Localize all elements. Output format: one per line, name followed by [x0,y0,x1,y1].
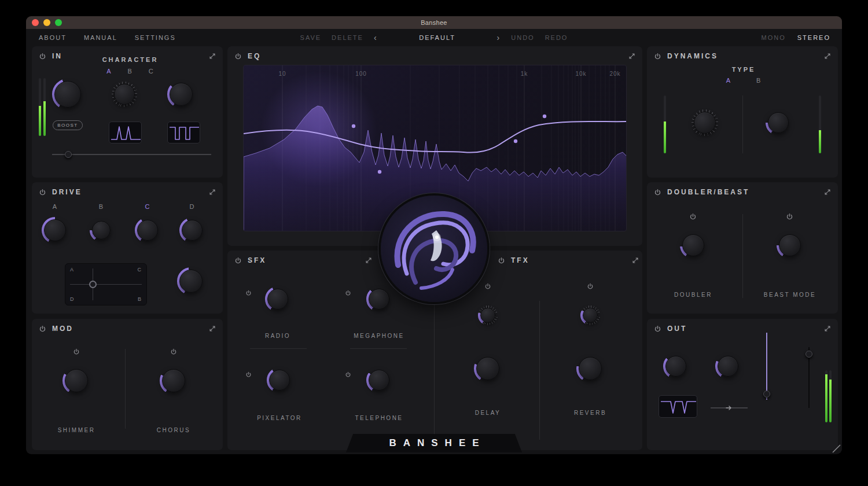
drive-mix-knob[interactable] [177,267,205,295]
eq-node-1[interactable] [352,124,355,128]
drive-knob-a[interactable] [42,217,68,244]
shimmer-knob[interactable] [62,367,90,395]
in-expand-button[interactable] [209,53,216,60]
drive-knob-b[interactable] [90,219,113,242]
pan-arrow-icon[interactable] [726,405,733,411]
eq-node-3[interactable] [514,139,517,143]
close-button[interactable] [32,19,39,26]
pad-crosshair-h [70,284,142,285]
drive-option-d[interactable]: D [185,203,199,210]
delay-time-knob[interactable] [478,305,498,325]
about-button[interactable]: ABOUT [39,34,67,41]
drive-option-a[interactable]: A [48,203,62,210]
pad-corner-d: D [70,296,75,302]
doubler-expand-button[interactable] [824,189,831,196]
drive-option-b[interactable]: B [94,203,108,210]
mod-expand-button[interactable] [209,325,216,332]
pixelator-power-button[interactable] [245,371,252,378]
dynamics-expand-button[interactable] [824,53,831,60]
character-option-c[interactable]: C [149,68,154,75]
out-power-button[interactable] [654,325,661,333]
eq-power-button[interactable] [234,53,242,60]
doubler-label: DOUBLER [659,292,728,298]
telephone-power-button[interactable] [345,371,351,378]
reverb-mix-knob[interactable] [576,355,604,382]
sfx-power-button[interactable] [234,257,242,264]
dynamics-amount-knob[interactable] [692,109,718,136]
shimmer-power-button[interactable] [73,348,80,355]
radio-power-button[interactable] [245,290,252,296]
doubler-power-button[interactable] [689,213,697,220]
pad-handle[interactable] [89,281,97,288]
undo-button[interactable]: UNDO [511,34,534,41]
out-trim-fader[interactable] [805,347,813,408]
next-preset-button[interactable]: › [497,33,501,42]
doubler-knob[interactable] [680,232,707,259]
stereo-button[interactable]: STEREO [797,34,830,41]
in-power-button[interactable] [39,53,46,60]
out-tone-knob[interactable] [663,354,689,379]
out-width-knob[interactable] [715,354,741,379]
tfx-expand-button[interactable] [632,257,639,264]
character-knob[interactable] [112,82,137,107]
pixelator-knob[interactable] [267,367,292,393]
megaphone-knob[interactable] [366,286,392,312]
eq-node-2[interactable] [378,170,381,174]
drive-option-c[interactable]: C [141,203,155,210]
out-expand-button[interactable] [824,325,831,332]
out-level-fader[interactable] [763,333,771,400]
minimize-button[interactable] [43,19,50,26]
slider-thumb[interactable] [65,151,72,158]
drive-knob-c[interactable] [135,218,160,243]
resize-grip[interactable] [831,443,841,454]
drive-expand-button[interactable] [209,189,216,196]
chorus-power-button[interactable] [170,348,177,355]
zoom-button[interactable] [55,19,62,26]
out-shape-display[interactable] [659,395,697,418]
beast-knob[interactable] [777,232,803,259]
fader-thumb[interactable] [806,351,812,358]
save-button[interactable]: SAVE [300,34,322,41]
in-mix-slider[interactable] [52,150,211,159]
tfx-power-button[interactable] [498,257,505,264]
mod-power-button[interactable] [39,325,46,333]
radio-knob[interactable] [265,286,290,312]
out-pan-slider[interactable] [711,404,748,412]
settings-button[interactable]: SETTINGS [135,34,176,41]
doubler-panel-power-button[interactable] [654,189,661,196]
delay-mix-knob[interactable] [474,355,502,382]
dynamics-makeup-knob[interactable] [766,110,791,135]
character-option-b[interactable]: B [128,68,133,75]
sfx-expand-button[interactable] [365,257,372,264]
preset-name[interactable]: DEFAULT [388,34,487,41]
out-panel: OUT [647,319,838,450]
reverb-size-knob[interactable] [580,305,600,325]
dynamics-power-button[interactable] [654,53,661,60]
character-option-a[interactable]: A [106,68,111,75]
eq-node-4[interactable] [543,115,546,118]
eq-expand-button[interactable] [628,53,635,60]
dynamics-type-a[interactable]: A [726,77,731,84]
delete-button[interactable]: DELETE [332,34,363,41]
in-title: IN [52,52,62,60]
in-shape-b-display[interactable] [167,122,200,143]
megaphone-power-button[interactable] [345,290,351,296]
drive-knob-d[interactable] [179,218,205,243]
in-tone-knob[interactable] [167,80,195,108]
mono-button[interactable]: MONO [762,34,786,41]
delay-power-button[interactable] [484,283,491,290]
reverb-power-button[interactable] [587,283,594,290]
fader-thumb[interactable] [763,391,770,397]
boost-button[interactable]: BOOST [53,120,83,130]
manual-button[interactable]: MANUAL [84,34,117,41]
beast-power-button[interactable] [786,213,793,220]
in-shape-a-display[interactable] [109,122,142,143]
prev-preset-button[interactable]: ‹ [374,33,378,42]
in-gain-knob[interactable] [52,79,83,110]
drive-xy-pad[interactable]: A C D B [65,263,147,305]
chorus-knob[interactable] [160,367,187,395]
telephone-knob[interactable] [366,367,392,393]
dynamics-type-b[interactable]: B [756,77,761,84]
redo-button[interactable]: REDO [545,34,568,41]
drive-power-button[interactable] [39,189,46,196]
